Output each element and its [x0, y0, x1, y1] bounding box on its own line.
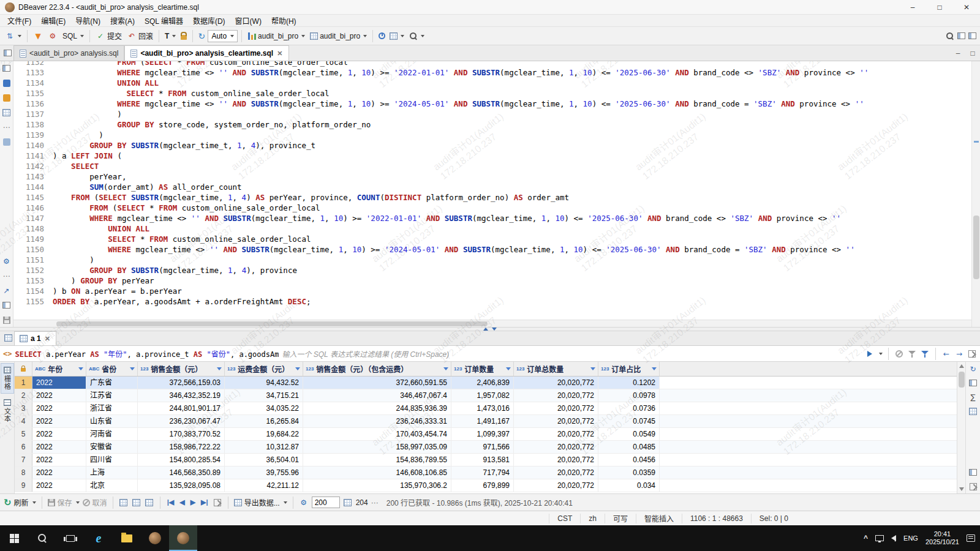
catalog-button[interactable] [388, 31, 406, 41]
delete-row-icon[interactable] [145, 498, 154, 508]
grid-vertical-scrollbar[interactable] [957, 362, 965, 493]
code-line[interactable]: 1134 UNION ALL [13, 78, 971, 88]
network-icon[interactable] [875, 535, 884, 541]
panel-settings-icon[interactable] [968, 482, 978, 491]
code-line[interactable]: 1148 UNION ALL [13, 223, 971, 234]
close-button[interactable]: ✕ [953, 0, 980, 15]
grid-cell[interactable]: 34,715.21 [225, 389, 303, 402]
grid-cell[interactable]: 2022 [32, 454, 86, 466]
hidden-icons-chevron[interactable]: ^ [864, 534, 868, 542]
last-row-button[interactable]: ▶| [200, 498, 209, 506]
grid-cell[interactable]: 236,230,067.47 [138, 415, 225, 427]
maximize-editor-icon[interactable]: □ [965, 45, 980, 61]
taskbar-clock[interactable]: 20:41 2025/10/21 [925, 530, 959, 546]
grid-cell[interactable]: 2022 [32, 415, 86, 427]
row-number[interactable]: 3 [15, 402, 32, 414]
grid-cell[interactable]: 0.0978 [598, 389, 660, 402]
projects-icon[interactable] [2, 93, 11, 102]
filter-arrow-icon[interactable] [652, 367, 657, 370]
grid-cell[interactable]: 42,211.12 [225, 479, 303, 492]
grid-cell[interactable]: 244,835,936.39 [303, 402, 451, 414]
filter-arrow-icon[interactable] [130, 367, 135, 370]
minimize-editor-icon[interactable]: – [951, 45, 965, 61]
grid-cell[interactable]: 135,970,306.2 [303, 479, 451, 492]
row-number[interactable]: 5 [15, 428, 32, 440]
filter-sql-text[interactable]: SELECT a.perYear AS "年份", a.province_t A… [15, 348, 279, 359]
grid-cell[interactable]: 1,491,167 [451, 415, 514, 427]
results-view-tab-text[interactable]: 文本 [1, 396, 14, 425]
grid-cell[interactable]: 2022 [32, 389, 86, 402]
grid-cell[interactable]: 20,020,772 [514, 479, 598, 492]
minimize-button[interactable]: – [899, 0, 926, 15]
new-connection-button[interactable]: ⇅ [3, 30, 23, 42]
grid-cell[interactable]: 广东省 [86, 377, 138, 389]
menu-item[interactable]: 搜索(A) [105, 15, 140, 26]
fetch-all-icon[interactable] [343, 498, 353, 508]
autocommit-select[interactable]: Auto [208, 30, 238, 42]
close-tab-icon[interactable]: ✕ [276, 50, 283, 58]
overflow-menu-icon[interactable]: ··· [371, 498, 379, 507]
grid-cell[interactable]: 2022 [32, 479, 86, 492]
grid-cell[interactable]: 346,432,352.19 [138, 389, 225, 402]
restore-panel-icon[interactable] [2, 64, 11, 73]
start-button[interactable] [0, 525, 28, 551]
code-line[interactable]: 1146 FROM (SELECT * FROM custom_online_s… [13, 203, 971, 213]
grid-cell[interactable]: 2022 [32, 428, 86, 440]
grid-cell[interactable]: 717,794 [451, 467, 514, 479]
menu-item[interactable]: 帮助(H) [266, 15, 301, 26]
save-result-icon[interactable] [2, 315, 11, 324]
query-time-icon[interactable] [377, 31, 386, 41]
row-number[interactable]: 8 [15, 467, 32, 479]
filter-input[interactable]: 输入一个 SQL 表达式来过滤结果 (使用 Ctrl+Space) [282, 348, 449, 359]
grid-cell[interactable]: 0.0549 [598, 428, 660, 440]
grid-cell[interactable]: 0.0456 [598, 454, 660, 466]
grid-cell[interactable]: 20,020,772 [514, 415, 598, 427]
grid-cell[interactable]: 1,473,016 [451, 402, 514, 414]
code-line[interactable]: 1139 ) [13, 130, 971, 140]
results-tab[interactable]: a 1 ✕ [14, 331, 56, 345]
column-header[interactable]: 123订单数量 [451, 362, 514, 376]
copy-icon[interactable] [2, 301, 11, 310]
filter-arrow-icon[interactable] [295, 367, 300, 370]
code-line[interactable]: 1145 FROM (SELECT SUBSTR(mgclear_time, 1… [13, 192, 971, 203]
grid-cell[interactable]: 36,504.01 [225, 454, 303, 466]
more-icon[interactable]: ⋯ [2, 271, 11, 280]
grid-cell[interactable]: 170,403,454.74 [303, 428, 451, 440]
status-caret-position[interactable]: 1106 : 1 : 48663 [682, 514, 751, 523]
grid-cell[interactable]: 0.0745 [598, 415, 660, 427]
column-header[interactable]: 123运费金额（元） [225, 362, 303, 376]
language-indicator[interactable]: ENG [903, 534, 918, 542]
horizontal-scrollbar[interactable] [13, 320, 971, 327]
row-number[interactable]: 7 [15, 454, 32, 466]
results-view-tab-grid[interactable]: 栅格 [1, 363, 14, 394]
grid-cell[interactable]: 39,755.96 [225, 467, 303, 479]
output-icon[interactable] [2, 137, 11, 146]
scroll-down-icon[interactable] [959, 487, 964, 491]
code-line[interactable]: 1133 WHERE mgclear_time <> '' AND SUBSTR… [13, 67, 971, 78]
panel-layout-icon[interactable] [968, 468, 978, 477]
open-perspective-icon[interactable] [956, 31, 966, 41]
scrollbar-thumb[interactable] [56, 321, 488, 326]
execute-script-button[interactable]: ⚙ [46, 30, 59, 42]
metadata-panel-icon[interactable] [968, 407, 978, 416]
grid-cell[interactable]: 244,801,901.17 [138, 402, 225, 414]
goto-row-icon[interactable] [213, 498, 222, 508]
filter-settings-icon[interactable] [920, 349, 930, 359]
collapse-up-icon[interactable] [483, 328, 488, 331]
code-line[interactable]: 1137 ) [13, 109, 971, 119]
grid-cell[interactable]: 34,035.22 [225, 402, 303, 414]
grid-cell[interactable]: 679,899 [451, 479, 514, 492]
grid-cell[interactable]: 2022 [32, 467, 86, 479]
toolbar-search-icon[interactable] [945, 31, 955, 41]
grid-cell[interactable]: 江苏省 [86, 389, 138, 402]
grid-cell[interactable]: 1,957,082 [451, 389, 514, 402]
calc-panel-icon[interactable]: ∑ [968, 392, 978, 402]
menu-item[interactable]: SQL 编辑器 [140, 15, 188, 26]
grid-cell[interactable]: 20,020,772 [514, 402, 598, 414]
scrollbar-thumb[interactable] [973, 216, 979, 279]
grid-cell[interactable]: 浙江省 [86, 402, 138, 414]
search-menu-button[interactable] [407, 31, 426, 42]
history-back-icon[interactable]: ← [941, 349, 951, 359]
editor-tab-analysis-cleartime[interactable]: <audit_bi_pro> analysis_cleartime.sql ✕ [124, 45, 289, 61]
history-forward-icon[interactable]: → [954, 349, 964, 359]
